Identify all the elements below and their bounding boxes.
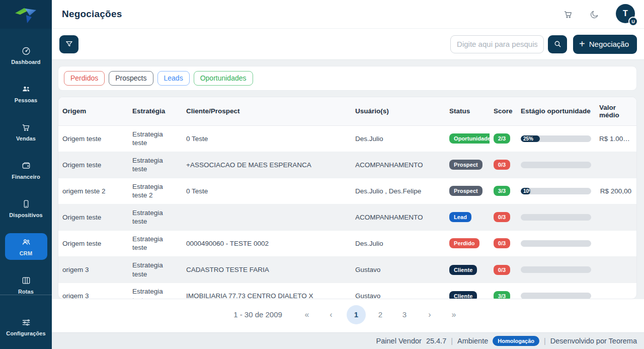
cell-usuarios: Des.Julio — [351, 230, 445, 256]
sliders-icon — [21, 317, 32, 328]
cell-estrategia: Estrategia teste 2 — [128, 178, 182, 204]
search-button[interactable] — [548, 35, 567, 53]
cell-score: 2/3 — [490, 125, 517, 152]
cell-estrategia: Estrategia teste — [128, 152, 182, 178]
column-header-valor-me-dio: Valor médio — [595, 97, 637, 125]
last-page-button[interactable]: » — [445, 306, 462, 323]
status-badge: Perdido — [449, 238, 479, 248]
cell-cliente — [182, 204, 351, 230]
table-row[interactable]: Origem testeEstrategia testeACOMPANHAMEN… — [58, 204, 637, 230]
page-button-1[interactable]: 1 — [347, 305, 366, 324]
cell-estagio: 25% — [517, 125, 595, 152]
cell-valor: R$ 1.000,00 — [595, 125, 637, 152]
cell-score: 0/3 — [490, 230, 517, 256]
sidebar-item-configurac-o-es[interactable]: Configurações — [5, 313, 47, 340]
footer-version: 25.4.7 — [426, 337, 446, 345]
sidebar-item-rotas[interactable]: Rotas — [5, 271, 47, 294]
page-button-3[interactable]: 3 — [395, 305, 414, 324]
toolbar: + Negociação — [52, 29, 644, 60]
app-logo[interactable] — [0, 0, 52, 29]
pagination: 1 - 30 de 2009 « ‹ 123 › » — [52, 299, 644, 332]
cell-usuarios: Gustavo — [351, 283, 445, 299]
sidebar-item-financeiro[interactable]: Financeiro — [5, 157, 47, 183]
page-button-2[interactable]: 2 — [371, 305, 390, 324]
cell-origem: Origem teste — [58, 125, 128, 152]
sidebar-item-label: Dispositivos — [9, 212, 43, 218]
sidebar-item-vendas[interactable]: Vendas — [5, 118, 47, 145]
cell-status: Prospect — [445, 152, 490, 178]
cell-valor — [595, 256, 637, 283]
sidebar-item-crm[interactable]: CRM — [5, 233, 47, 260]
sidebar-item-pessoas[interactable]: Pessoas — [5, 80, 47, 107]
pagination-range: 1 - 30 de 2009 — [233, 310, 282, 319]
progress-fill: 10% — [521, 188, 531, 194]
status-badge: Cliente — [449, 265, 477, 275]
cell-estagio — [517, 256, 595, 283]
logo-icon — [14, 5, 38, 24]
first-page-button[interactable]: « — [298, 306, 315, 323]
cell-estrategia: Estrategia teste — [128, 125, 182, 152]
cell-origem: origem 3 — [58, 256, 128, 283]
cell-cliente: 0 Teste — [182, 125, 351, 152]
user-avatar[interactable]: T U — [616, 4, 636, 24]
column-header-usua-rio-s-: Usuário(s) — [351, 97, 445, 125]
cell-status: Prospect — [445, 178, 490, 204]
filter-chip-oportunidades[interactable]: Oportunidades — [194, 71, 253, 86]
status-badge: Cliente — [449, 291, 477, 299]
search-input[interactable] — [450, 35, 544, 53]
cell-estagio — [517, 152, 595, 178]
main-area: Negociações T U — [52, 0, 644, 349]
cell-score: 3/3 — [490, 178, 517, 204]
sidebar-bottom: Configurações — [0, 295, 52, 349]
table-row[interactable]: Origem testeEstrategia teste+ASSOCIACAO … — [58, 152, 637, 178]
cell-origem: origem teste 2 — [58, 178, 128, 204]
page-numbers: 123 — [347, 305, 414, 324]
table-row[interactable]: origem 3Estrategia testeCADASTRO TESTE F… — [58, 256, 637, 283]
cell-cliente: +ASSOCIACAO DE MAES ESPERANCA — [182, 152, 351, 178]
prev-page-button[interactable]: ‹ — [323, 306, 340, 323]
page-title: Negociações — [62, 9, 122, 20]
cart-icon[interactable] — [561, 8, 575, 21]
cell-status: Oportunidade — [445, 125, 490, 152]
opportunity-progress-bar — [521, 240, 591, 247]
cell-usuarios: Des.Julio — [351, 125, 445, 152]
table-row[interactable]: Origem testeEstrategia teste0000490060 -… — [58, 230, 637, 256]
table-row[interactable]: origem teste 2Estrategia teste 20 TesteD… — [58, 178, 637, 204]
column-header-esta-gio-oportunidade: Estágio oportunidade — [517, 97, 595, 125]
moon-icon[interactable] — [588, 8, 601, 21]
titlebar: Negociações T U — [52, 0, 644, 29]
cell-status: Lead — [445, 204, 490, 230]
footer-env-label: Ambiente — [457, 337, 488, 345]
filter-chip-prospects[interactable]: Prospects — [109, 71, 153, 86]
table-row[interactable]: origem 3Estrategia testeIMOBILIARIA 77.7… — [58, 283, 637, 299]
next-page-button[interactable]: › — [421, 306, 438, 323]
score-badge: 2/3 — [494, 133, 510, 144]
cell-valor — [595, 283, 637, 299]
sidebar-item-label: Financeiro — [12, 174, 40, 180]
cell-status: Perdido — [445, 230, 490, 256]
filter-button[interactable] — [59, 35, 78, 53]
progress-fill: 25% — [521, 135, 540, 142]
status-badge: Prospect — [449, 160, 482, 170]
column-header-score: Score — [490, 97, 517, 125]
cell-usuarios: Des.Julio , Des.Felipe — [351, 178, 445, 204]
sidebar-item-dashboard[interactable]: Dashboard — [5, 42, 47, 68]
cell-origem: Origem teste — [58, 152, 128, 178]
cell-estrategia: Estrategia teste — [128, 204, 182, 230]
sidebar-item-dispositivos[interactable]: Dispositivos — [5, 195, 47, 222]
cell-origem: Origem teste — [58, 230, 128, 256]
sidebar-item-label: CRM — [20, 250, 32, 256]
sidebar-item-label: Pessoas — [15, 97, 37, 103]
column-header-cliente-prospect: Cliente/Prospect — [182, 97, 351, 125]
table-row[interactable]: Origem testeEstrategia teste0 TesteDes.J… — [58, 125, 637, 152]
cell-valor: R$ 200,00 — [595, 178, 637, 204]
filter-chip-perdidos[interactable]: Perdidos — [64, 71, 105, 86]
status-badge: Prospect — [449, 186, 482, 196]
avatar-badge: U — [628, 17, 638, 26]
opportunity-progress-bar: 25% — [521, 135, 591, 142]
status-badge: Oportunidade — [449, 133, 490, 144]
gauge-icon — [21, 45, 32, 56]
filter-chip-leads[interactable]: Leads — [157, 71, 190, 86]
new-negotiation-button[interactable]: + Negociação — [573, 35, 637, 54]
table-header-row: OrigemEstratégiaCliente/ProspectUsuário(… — [58, 97, 637, 125]
